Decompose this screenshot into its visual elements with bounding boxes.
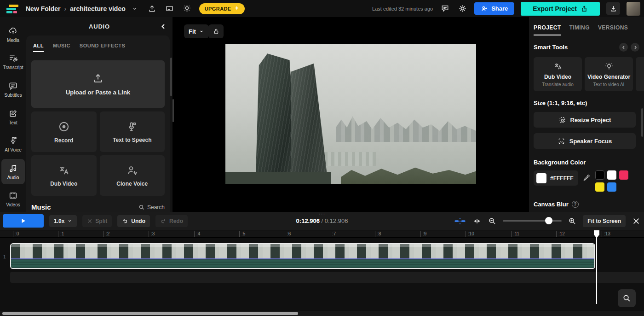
split-button[interactable]: Split — [82, 215, 112, 227]
zoom-fit-dropdown[interactable]: Fit — [184, 24, 209, 38]
tab-timing[interactable]: TIMING — [569, 24, 589, 35]
horizontal-scrollbar-track[interactable] — [0, 311, 644, 316]
export-project-button[interactable]: Export Project — [521, 2, 600, 16]
fit-to-screen-button[interactable]: Fit to Screen — [583, 215, 626, 227]
canvas-blur-header: Canvas Blur ? — [529, 192, 644, 208]
upload-or-paste-link-button[interactable]: Upload or Paste a Link — [31, 60, 165, 108]
time-separator: / — [322, 217, 323, 224]
breadcrumb-separator: › — [64, 5, 66, 12]
zoom-out-icon[interactable] — [488, 217, 496, 225]
sidebar-item-audio[interactable]: Audio — [1, 159, 25, 185]
app-logo[interactable] — [6, 4, 19, 14]
clone-voice-button[interactable]: Clone Voice — [100, 155, 165, 196]
smart-tool-video-generator[interactable]: Video Generator Text to video AI — [585, 57, 633, 91]
download-button[interactable] — [606, 2, 620, 15]
chevron-down-icon[interactable] — [129, 3, 140, 14]
record-button[interactable]: Record — [31, 111, 97, 152]
card-icon[interactable] — [164, 3, 175, 14]
sidebar-item-text[interactable]: Text — [1, 104, 25, 130]
panel-resize-handle[interactable] — [172, 99, 174, 122]
current-color-swatch — [536, 173, 546, 183]
sidebar-item-videos[interactable]: Videos — [1, 186, 25, 212]
timeline-resize-handle[interactable]: ··· — [319, 211, 326, 217]
swatch-yellow[interactable] — [595, 182, 604, 192]
upload-icon — [92, 72, 104, 84]
music-search-label: Search — [147, 204, 165, 211]
background-color-value[interactable]: #FFFFFF — [534, 170, 578, 186]
smart-tools-heading: Smart Tools — [534, 44, 568, 51]
horizontal-scrollbar-thumb[interactable] — [2, 312, 298, 315]
sidebar-item-ai-voice[interactable]: AI Voice — [1, 131, 25, 157]
smart-tools-next-button[interactable] — [631, 43, 639, 52]
right-panel-scrollbar[interactable] — [641, 108, 643, 137]
playhead-line[interactable] — [596, 231, 597, 304]
subtitles-icon — [8, 81, 18, 91]
record-label: Record — [54, 137, 73, 144]
gear-icon[interactable] — [457, 3, 468, 14]
breadcrumb-project[interactable]: architecture video — [70, 5, 126, 12]
fit-label: Fit — [189, 28, 196, 35]
dub-video-button[interactable]: Dub Video — [31, 155, 97, 196]
speaker-focus-icon — [558, 137, 565, 145]
magic-cut-icon[interactable] — [454, 217, 466, 225]
ruler-tick: :13 — [602, 231, 610, 237]
upgrade-button[interactable]: UPGRADE — [199, 3, 245, 14]
play-button[interactable] — [3, 214, 44, 228]
video-clip[interactable] — [10, 243, 595, 269]
resize-project-button[interactable]: Resize Project — [534, 112, 636, 128]
unlock-button[interactable] — [208, 24, 224, 38]
top-bar: New Folder › architecture video UPGRADE … — [0, 0, 644, 17]
tab-versions[interactable]: VERSIONS — [598, 24, 628, 35]
user-avatar[interactable] — [627, 2, 640, 16]
timeline-search-button[interactable] — [618, 289, 636, 307]
comment-icon[interactable] — [439, 3, 450, 14]
zoom-in-icon[interactable] — [568, 217, 576, 225]
timeline-ruler[interactable]: :0 :1 :2 :3 :4 :5 :6 :7 :8 :9 :10 :11 :1… — [0, 230, 644, 238]
close-timeline-icon[interactable] — [632, 217, 640, 225]
sidebar-item-subtitles[interactable]: Subtitles — [1, 76, 25, 102]
empty-track-row[interactable] — [10, 272, 644, 283]
breadcrumb-folder[interactable]: New Folder — [26, 5, 60, 12]
clone-voice-label: Clone Voice — [116, 181, 148, 187]
undo-button[interactable]: Undo — [117, 215, 150, 227]
zoom-slider-thumb[interactable] — [545, 217, 552, 224]
timeline-zoom-slider[interactable] — [503, 220, 562, 222]
sidebar-item-media[interactable]: Media — [1, 22, 25, 47]
swatch-blue[interactable] — [607, 182, 616, 192]
redo-button[interactable]: Redo — [155, 215, 188, 227]
sidebar-item-transcript[interactable]: Transcript — [1, 49, 25, 75]
collapse-panel-icon[interactable] — [158, 21, 169, 32]
left-sidebar: Media Transcript Subtitles Text AI Voice… — [0, 17, 26, 212]
smart-tool-partial[interactable]: T E — [636, 57, 644, 91]
music-heading: Music — [31, 203, 51, 211]
lightbulb-icon[interactable] — [182, 3, 193, 14]
swatch-pink[interactable] — [619, 170, 628, 180]
help-icon[interactable]: ? — [572, 201, 579, 208]
total-time: 0:12.906 — [325, 217, 348, 224]
eyedropper-icon[interactable] — [583, 174, 591, 181]
speaker-focus-button[interactable]: Speaker Focus — [534, 133, 636, 149]
upgrade-label: UPGRADE — [205, 6, 231, 12]
tab-music[interactable]: MUSIC — [53, 43, 70, 52]
text-to-speech-button[interactable]: Text to Speech — [100, 111, 165, 152]
swatch-white[interactable] — [607, 170, 616, 180]
share-button[interactable]: Share — [474, 2, 514, 15]
ruler-tick: :1 — [58, 231, 64, 237]
fit-clip-icon[interactable] — [472, 217, 482, 225]
tab-sound-effects[interactable]: SOUND EFFECTS — [80, 43, 125, 52]
music-search-button[interactable]: Search — [138, 204, 165, 211]
audio-panel-scrollbar[interactable] — [170, 58, 172, 96]
swatch-black[interactable] — [595, 170, 604, 180]
ruler-tick: :3 — [149, 231, 155, 237]
download-icon — [610, 5, 617, 12]
tab-all[interactable]: ALL — [33, 43, 44, 52]
video-preview[interactable] — [225, 44, 476, 184]
playback-speed-dropdown[interactable]: 1.0x — [49, 215, 77, 227]
tab-project[interactable]: PROJECT — [534, 24, 561, 35]
track-number: 1 — [3, 254, 6, 259]
smart-tool-dub-video[interactable]: Dub Video Translate audio — [534, 57, 582, 91]
chevron-down-icon — [67, 218, 72, 223]
share-up-icon[interactable] — [147, 3, 158, 14]
film-icon — [8, 191, 18, 200]
smart-tools-prev-button[interactable] — [619, 43, 628, 52]
